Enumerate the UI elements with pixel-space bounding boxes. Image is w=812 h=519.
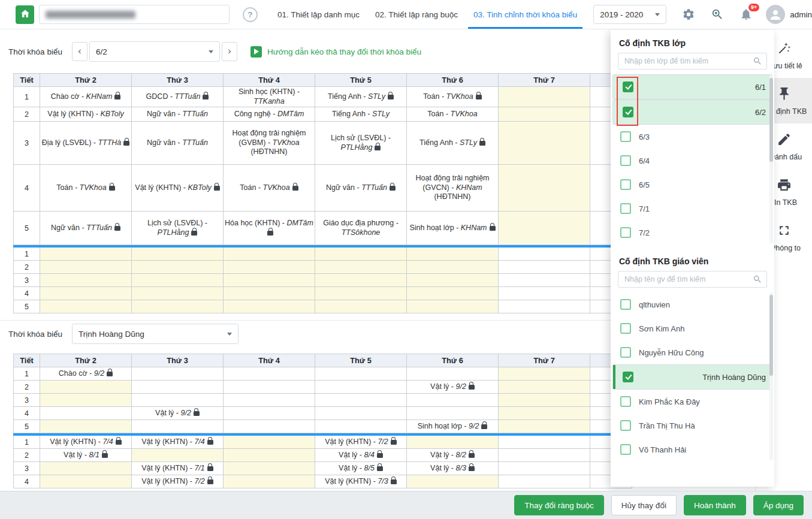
empty-slot[interactable] — [132, 381, 224, 394]
change-constraints-button[interactable]: Thay đổi ràng buộc — [514, 495, 604, 515]
empty-slot[interactable] — [499, 449, 590, 462]
empty-slot[interactable] — [224, 274, 315, 287]
lesson-cell[interactable]: Lịch sử (LSVĐL) - PTLHằng — [315, 122, 407, 165]
lesson-cell[interactable]: Vật lý (KHTN) - 7/2 — [315, 436, 407, 449]
empty-slot[interactable] — [40, 394, 132, 407]
empty-slot[interactable] — [407, 394, 499, 407]
lesson-cell[interactable]: Tiếng Anh - STLy — [315, 87, 407, 107]
lesson-cell[interactable]: Vật lý (KHTN) - 7/1 — [132, 462, 224, 475]
school-name-input[interactable] — [39, 5, 230, 24]
empty-slot[interactable] — [224, 475, 315, 488]
empty-slot[interactable] — [499, 300, 590, 313]
empty-slot[interactable] — [499, 122, 590, 165]
year-selector[interactable]: 2019 - 2020 — [593, 5, 666, 24]
empty-slot[interactable] — [499, 407, 590, 420]
empty-slot[interactable] — [407, 436, 499, 449]
empty-slot[interactable] — [132, 287, 224, 300]
lesson-cell[interactable]: Vật lý - 9/2 — [132, 407, 224, 420]
lesson-cell[interactable]: Sinh hoạt lớp - 9/2 — [407, 420, 499, 433]
empty-slot[interactable] — [407, 407, 499, 420]
teacher-item[interactable]: Trần Thị Thu Hà — [611, 414, 774, 437]
lesson-cell[interactable]: Ngữ văn - TTTuấn — [40, 212, 132, 245]
finish-button[interactable]: Hoàn thành — [684, 495, 746, 515]
checkbox[interactable] — [620, 299, 631, 310]
empty-slot[interactable] — [407, 248, 499, 261]
lesson-cell[interactable]: Vật lý - 8/2 — [407, 449, 499, 462]
teacher-item[interactable]: Trịnh Hoàng Dũng — [612, 364, 772, 390]
empty-slot[interactable] — [499, 165, 590, 212]
empty-slot[interactable] — [40, 407, 132, 420]
empty-slot[interactable] — [132, 300, 224, 313]
checkbox[interactable] — [620, 203, 631, 214]
next-class-button[interactable] — [222, 42, 237, 61]
empty-slot[interactable] — [407, 367, 499, 381]
lesson-cell[interactable]: Tiếng Anh - STLy — [315, 107, 407, 122]
empty-slot[interactable] — [40, 261, 132, 274]
empty-slot[interactable] — [40, 462, 132, 475]
class-item[interactable]: 6/5 — [611, 173, 774, 197]
empty-slot[interactable] — [315, 381, 407, 394]
lesson-cell[interactable]: Vật lý - 9/2 — [407, 381, 499, 394]
lesson-cell[interactable]: Lịch sử (LSVĐL) - PTLHằng — [132, 212, 224, 245]
lesson-cell[interactable]: Vật lý - 8/5 — [315, 462, 407, 475]
tab-setup-constraints[interactable]: 02. Thiết lập ràng buộc — [367, 0, 466, 29]
empty-slot[interactable] — [40, 381, 132, 394]
lesson-cell[interactable]: Địa lý (LSVĐL) - TTTHà — [40, 122, 132, 165]
class-item[interactable]: 6/4 — [611, 149, 774, 173]
empty-slot[interactable] — [499, 381, 590, 394]
lesson-cell[interactable]: Vật lý (KHTN) - KBToly — [40, 107, 132, 122]
empty-slot[interactable] — [224, 300, 315, 313]
checkbox[interactable] — [620, 347, 631, 358]
drag-guide-link[interactable]: Hướng dẫn kéo thả thay đổi thời khóa biể… — [250, 46, 421, 58]
empty-slot[interactable] — [40, 420, 132, 433]
lesson-cell[interactable]: Sinh học (KHTN) - TTKanha — [224, 87, 315, 107]
lesson-cell[interactable]: Vật lý (KHTN) - 7/4 — [40, 436, 132, 449]
user-menu[interactable]: admin — [790, 10, 812, 19]
checkbox[interactable] — [623, 107, 633, 117]
empty-slot[interactable] — [224, 248, 315, 261]
checkbox[interactable] — [620, 179, 631, 190]
lesson-cell[interactable]: Ngữ văn - TTTuấn — [132, 122, 224, 165]
empty-slot[interactable] — [315, 248, 407, 261]
class-item[interactable]: 6/2 — [612, 99, 772, 125]
checkbox[interactable] — [620, 444, 631, 455]
scrollbar-thumb[interactable] — [769, 78, 773, 162]
scrollbar-thumb[interactable] — [769, 295, 773, 376]
class-item[interactable]: 6/1 — [612, 74, 772, 99]
lesson-cell[interactable]: Hóa học (KHTN) - DMTâm — [224, 212, 315, 245]
empty-slot[interactable] — [315, 420, 407, 433]
empty-slot[interactable] — [499, 462, 590, 475]
empty-slot[interactable] — [499, 274, 590, 287]
empty-slot[interactable] — [224, 261, 315, 274]
empty-slot[interactable] — [224, 407, 315, 420]
empty-slot[interactable] — [132, 261, 224, 274]
lesson-cell[interactable]: Vật lý - 8/1 — [40, 449, 132, 462]
home-button[interactable] — [16, 5, 34, 24]
empty-slot[interactable] — [224, 449, 315, 462]
empty-slot[interactable] — [40, 274, 132, 287]
notifications-bell-icon[interactable]: 9+ — [739, 8, 753, 21]
empty-slot[interactable] — [315, 261, 407, 274]
cancel-changes-button[interactable]: Hủy thay đổi — [611, 495, 677, 515]
empty-slot[interactable] — [407, 261, 499, 274]
lesson-cell[interactable]: Chào cờ - 9/2 — [40, 367, 132, 381]
empty-slot[interactable] — [315, 287, 407, 300]
lesson-cell[interactable]: Chào cờ - KHNam — [40, 87, 132, 107]
class-item[interactable]: 7/2 — [611, 221, 774, 245]
avatar[interactable] — [766, 5, 785, 24]
teacher-item[interactable]: Kim Phắc Ka Đây — [611, 390, 774, 414]
empty-slot[interactable] — [40, 248, 132, 261]
checkbox[interactable] — [623, 372, 633, 382]
lesson-cell[interactable]: Vật lý (KHTN) - 7/4 — [132, 436, 224, 449]
empty-slot[interactable] — [499, 248, 590, 261]
teacher-item[interactable]: Sơn Kim Anh — [611, 316, 774, 340]
search-icon[interactable] — [711, 8, 724, 21]
empty-slot[interactable] — [224, 436, 315, 449]
lesson-cell[interactable]: Hoạt động trải nghiệm (GVCN) - KHNam (HĐ… — [407, 165, 499, 212]
empty-slot[interactable] — [224, 381, 315, 394]
empty-slot[interactable] — [224, 462, 315, 475]
empty-slot[interactable] — [224, 287, 315, 300]
lesson-cell[interactable]: Vật lý - 8/3 — [407, 462, 499, 475]
class-select[interactable]: 6/2 — [89, 41, 220, 62]
checkbox[interactable] — [620, 131, 631, 142]
